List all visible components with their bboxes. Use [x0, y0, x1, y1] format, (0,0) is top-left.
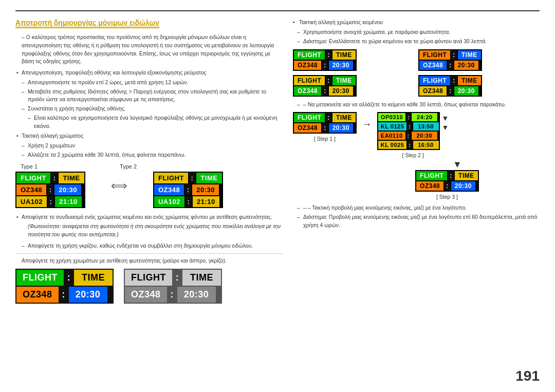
type2-colon1: :	[189, 173, 195, 183]
type1-colon1: :	[51, 173, 58, 183]
bottom-right-board: FLIGHT : TIME OZ348 : 20:30	[124, 269, 222, 304]
step2-row4: KL 0025 : 16:50	[378, 141, 439, 149]
type1-2110: 21:10	[55, 196, 82, 207]
step3-colon2: :	[445, 181, 450, 191]
type1-colon2: :	[47, 184, 53, 195]
grid-board-2: FLIGHT : TIME OZ348 : 20:30	[418, 49, 540, 71]
type1-board: FLIGHT : TIME OZ348 : 20:30 UA102 : 21:1…	[15, 172, 85, 208]
bottom-left-board: FLIGHT : TIME OZ348 : 20:30	[15, 269, 114, 304]
step2-colon2: :	[408, 122, 412, 130]
type1-colon3: :	[48, 196, 54, 207]
type2-header-row: FLIGHT : TIME	[154, 173, 222, 183]
grid4-header: FLIGHT : TIME	[419, 76, 481, 85]
step1-board: FLIGHT : TIME OZ348 : 20:30	[293, 112, 357, 134]
type2-colon2: :	[185, 184, 191, 195]
type2-2030: 20:30	[192, 184, 219, 195]
type2-row2: UA102 : 21:10	[154, 196, 222, 207]
grid2-colon2: :	[448, 61, 453, 70]
dash-1: Απενεργοποιήστε το προϊόν επί 2 ώρες, με…	[28, 79, 283, 87]
grid-board-3-widget: FLIGHT : TIME OZ348 : 20:30	[293, 75, 357, 97]
right-boards-grid: FLIGHT : TIME OZ348 : 20:30	[293, 49, 540, 97]
type1-ua102: UA102	[16, 196, 47, 207]
step2-row1: OP0310 : 24:20	[378, 113, 439, 121]
grid3-header: FLIGHT : TIME	[294, 76, 356, 85]
bottom-left-row: OZ348 : 20:30	[16, 287, 113, 303]
dash-4: Χρήση 2 χρωμάτων	[28, 142, 283, 150]
grid2-row: OZ348 : 20:30	[419, 61, 481, 70]
step1-to-step2-arrow: →	[362, 118, 372, 130]
right-dash1: Χρησιμοποιήστε ανοιχτά χρώματα, με παρόμ…	[293, 28, 540, 36]
step2-colon1: :	[406, 113, 411, 121]
type-boards: FLIGHT : TIME OZ348 : 20:30 UA102 : 21:1…	[15, 172, 283, 208]
top-divider	[15, 10, 540, 11]
grid2-oz348: OZ348	[419, 61, 447, 70]
bottom-left-colon1: :	[65, 270, 73, 286]
grid3-colon2: :	[322, 86, 328, 96]
step1-label: [ Step 1 ]	[293, 136, 357, 142]
grid4-flight: FLIGHT	[419, 76, 450, 85]
bottom-notes: – – Τακτική προβολή μιας κινούμενης εικό…	[293, 204, 540, 229]
type1-row2: UA102 : 21:10	[16, 196, 84, 207]
step2-colon4: :	[408, 141, 412, 149]
step3-row: OZ348 : 20:30	[416, 181, 478, 191]
grid3-flight: FLIGHT	[294, 76, 325, 85]
step3-oz348: OZ348	[416, 181, 443, 191]
page-number: 191	[515, 368, 540, 384]
arrow-down-1: ▼	[442, 114, 449, 122]
step1-oz348: OZ348	[294, 123, 321, 133]
step-1-2-row: FLIGHT : TIME OZ348 : 20:30 [ Step 1 ]	[293, 112, 540, 158]
type-row: Type 1 Type 2	[15, 163, 283, 170]
step2-ea0110: EA0110	[378, 132, 405, 140]
step1-time: TIME	[332, 113, 356, 122]
grid3-colon1: :	[326, 76, 331, 85]
bottom-boards: FLIGHT : TIME OZ348 : 20:30 FLIGHT :	[15, 269, 283, 304]
step2-to-step3-arrow: ▼	[375, 159, 540, 170]
section-title: Αποτροπή δημιουργίας μόνιμων ειδώλων	[15, 18, 159, 28]
step2-2030-s2: 20:30	[412, 132, 437, 140]
right-dash3: – Να μετακινείτε και να αλλάζετε το κείμ…	[293, 101, 540, 109]
grid3-oz348: OZ348	[294, 86, 321, 96]
bullet-3: Αποφύγετε το συνδυασμό ενός χρώματος κει…	[22, 213, 283, 221]
grid2-time: TIME	[458, 50, 481, 60]
type1-header-row: FLIGHT : TIME	[16, 173, 84, 183]
dash-3b: Είναι καλύτερο να χρησιμοποιήσετε ένα λο…	[34, 114, 283, 130]
grid4-row: OZ348 : 20:30	[419, 86, 481, 96]
step2-container: OP0310 : 24:20 KL 0125 : 13:50	[377, 112, 449, 158]
bottom-right-flight: FLIGHT	[125, 270, 172, 286]
step3-container: FLIGHT : TIME OZ348 : 20:30 [ Step 3 ]	[355, 170, 540, 200]
divider	[15, 253, 283, 254]
arrow-down-2: ▼	[442, 123, 449, 132]
right-dash2: Διάστημα: Εναλλάσσετε το χώρα κειμένου κ…	[293, 38, 540, 46]
step3-label: [ Step 3 ]	[355, 194, 540, 200]
grid2-flight: FLIGHT	[419, 50, 450, 60]
grid-board-1: FLIGHT : TIME OZ348 : 20:30	[293, 49, 414, 71]
step3-time: TIME	[455, 171, 478, 180]
step1-header: FLIGHT : TIME	[294, 113, 356, 122]
dash-5: Αποφύγετε τη χρήση γκρίζου, καθώς ενδέχε…	[28, 242, 283, 250]
right-bullet1: Τακτική αλλαγή χρώματος κειμένου	[293, 18, 540, 27]
grid-board-4: FLIGHT : TIME OZ348 : 20:30	[418, 75, 540, 97]
grid1-flight: FLIGHT	[294, 50, 325, 60]
grid1-oz348: OZ348	[294, 61, 321, 70]
bottom-left-header: FLIGHT : TIME	[16, 270, 113, 286]
bottom-dash1: Διάστημα: Προβολή μιας κινούμενης εικόνα…	[293, 213, 540, 230]
step2-2420: 24:20	[412, 113, 437, 121]
bottom-left-oz348: OZ348	[16, 287, 59, 303]
type2-ua102: UA102	[154, 196, 184, 207]
bullet-1: Απενεργοποίηση, προφύλαξη οθόνης και λει…	[22, 69, 283, 77]
grid4-2030: 20:30	[454, 86, 478, 96]
grid-board-3: FLIGHT : TIME OZ348 : 20:30	[293, 75, 414, 97]
dash-6: Αποφύγετε τη χρήση χρωμάτων με αντίθεση …	[22, 257, 283, 265]
type1-oz348: OZ348	[16, 184, 46, 195]
steps-section: FLIGHT : TIME OZ348 : 20:30 [ Step 1 ]	[293, 112, 540, 229]
grid3-row: OZ348 : 20:30	[294, 86, 356, 96]
type1-2030: 20:30	[54, 184, 81, 195]
grid1-colon2: :	[322, 61, 328, 70]
step2-arrows: ▼ ▼	[442, 114, 449, 132]
bottom-bullet1: – – Τακτική προβολή μιας κινούμενης εικό…	[293, 204, 540, 212]
bottom-right-time: TIME	[182, 270, 221, 286]
grid3-time: TIME	[332, 76, 356, 85]
step2-kl0025: KL 0025	[378, 141, 407, 149]
type2-oz348: OZ348	[154, 184, 184, 195]
arrow-between-boards: ⟺	[111, 179, 127, 193]
